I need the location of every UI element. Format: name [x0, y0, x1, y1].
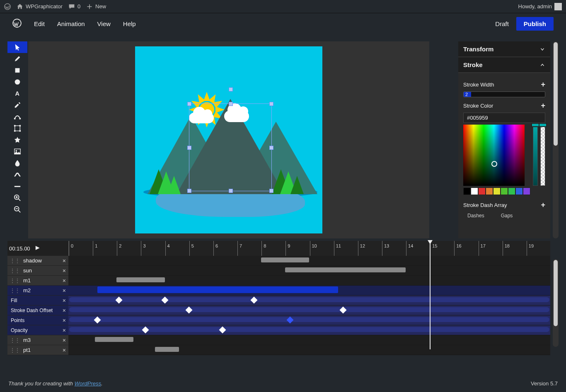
draft-button[interactable]: Draft — [495, 20, 509, 27]
stroke-width-keyframe-button[interactable]: + — [541, 80, 545, 89]
rect-tool[interactable] — [7, 65, 27, 76]
close-icon[interactable]: × — [63, 327, 66, 334]
canvas-area[interactable] — [28, 41, 429, 238]
play-button[interactable] — [34, 245, 40, 252]
close-icon[interactable]: × — [63, 257, 66, 264]
timeline-layer-row[interactable]: ⋮⋮m1× — [7, 276, 550, 286]
timeline-property-row[interactable]: Stroke Dash Offset× — [7, 305, 550, 315]
stroke-dash-keyframe-button[interactable]: + — [541, 201, 545, 209]
zoom-in-tool[interactable] — [7, 192, 27, 204]
color-swatch[interactable] — [523, 188, 530, 195]
menu-help[interactable]: Help — [123, 20, 136, 27]
timeline-track[interactable] — [68, 296, 550, 305]
drag-grip-icon[interactable]: ⋮⋮ — [10, 337, 20, 343]
close-icon[interactable]: × — [63, 337, 66, 344]
color-swatch[interactable] — [508, 188, 515, 195]
transform-panel-header[interactable]: Transform — [458, 41, 550, 57]
timeline-clip[interactable] — [116, 277, 164, 282]
drag-grip-icon[interactable]: ⋮⋮ — [10, 288, 20, 293]
close-icon[interactable]: × — [63, 317, 66, 324]
close-icon[interactable]: × — [63, 277, 66, 284]
howdy-link[interactable]: Howdy, admin — [518, 3, 562, 10]
timeline-track[interactable] — [68, 305, 550, 315]
timeline-clip[interactable] — [97, 286, 339, 293]
timeline-layer-row[interactable]: ⋮⋮m2× — [7, 286, 550, 296]
star-tool[interactable] — [7, 134, 27, 146]
stroke-tool[interactable] — [7, 169, 27, 180]
color-swatch[interactable] — [471, 188, 478, 195]
color-picker[interactable] — [463, 125, 545, 195]
new-link[interactable]: New — [86, 3, 106, 10]
close-icon[interactable]: × — [63, 297, 66, 304]
color-swatch[interactable] — [515, 188, 523, 195]
menu-edit[interactable]: Edit — [34, 20, 45, 27]
comments-link[interactable]: 0 — [68, 3, 80, 10]
right-scrollbar[interactable] — [553, 41, 559, 238]
scrollbar-thumb[interactable] — [554, 42, 558, 146]
timeline-clip[interactable] — [95, 337, 133, 342]
timeline-scrollbar[interactable] — [553, 259, 559, 347]
color-swatch[interactable] — [486, 188, 493, 195]
selection-rotate-handle[interactable] — [229, 87, 233, 91]
zoom-out-tool[interactable] — [7, 204, 27, 215]
wp-logo-icon[interactable] — [4, 3, 11, 10]
footer-wordpress-link[interactable]: WordPress — [75, 380, 101, 387]
stroke-width-slider[interactable]: 2 — [463, 91, 545, 97]
close-icon[interactable]: × — [63, 307, 66, 314]
timeline-clip[interactable] — [285, 267, 406, 272]
color-swatch[interactable] — [493, 188, 501, 195]
timeline-track[interactable] — [68, 345, 550, 355]
timeline-layer-row[interactable]: ⋮⋮sun× — [7, 266, 550, 276]
drag-grip-icon[interactable]: ⋮⋮ — [10, 278, 20, 284]
timeline-ruler[interactable]: 012345678910111213141516171819 — [68, 241, 550, 256]
color-swatch[interactable] — [501, 188, 508, 195]
ellipse-tool[interactable] — [7, 76, 27, 88]
timeline-property-row[interactable]: Opacity× — [7, 325, 550, 335]
timeline-property-row[interactable]: Points× — [7, 315, 550, 325]
hue-slider[interactable] — [533, 125, 538, 186]
color-swatch[interactable] — [478, 188, 486, 195]
timeline-track[interactable] — [68, 256, 550, 266]
close-icon[interactable]: × — [63, 347, 66, 354]
drag-grip-icon[interactable]: ⋮⋮ — [10, 268, 20, 274]
scrollbar-thumb[interactable] — [554, 260, 558, 326]
alpha-handle[interactable] — [539, 123, 547, 127]
path-tool[interactable] — [7, 111, 27, 123]
timeline-clip[interactable] — [155, 347, 179, 352]
stroke-panel-header[interactable]: Stroke — [458, 57, 550, 73]
timeline-track[interactable] — [68, 325, 550, 335]
timeline-layer-row[interactable]: ⋮⋮m3× — [7, 335, 550, 345]
publish-button[interactable]: Publish — [516, 17, 554, 31]
timeline-track[interactable] — [68, 286, 550, 296]
stroke-color-keyframe-button[interactable]: + — [541, 101, 545, 110]
timeline-track[interactable] — [68, 315, 550, 325]
blur-tool[interactable] — [7, 157, 27, 169]
menu-view[interactable]: View — [97, 20, 111, 27]
canvas[interactable] — [135, 46, 322, 233]
color-cursor[interactable] — [491, 161, 497, 167]
timeline-clip[interactable] — [261, 257, 309, 262]
image-tool[interactable] — [7, 146, 27, 157]
timeline-track[interactable] — [68, 266, 550, 276]
eyedropper-tool[interactable] — [7, 99, 27, 111]
close-icon[interactable]: × — [63, 267, 66, 274]
timeline-track[interactable] — [68, 335, 550, 345]
hue-handle[interactable] — [531, 123, 539, 127]
text-tool[interactable]: A — [7, 88, 27, 99]
line-tool[interactable] — [7, 180, 27, 192]
drag-grip-icon[interactable]: ⋮⋮ — [10, 258, 20, 264]
alpha-slider[interactable] — [540, 125, 545, 186]
timeline-track[interactable] — [68, 276, 550, 286]
color-area[interactable] — [463, 125, 525, 186]
playhead[interactable] — [430, 241, 431, 349]
drag-grip-icon[interactable]: ⋮⋮ — [10, 347, 20, 353]
pencil-tool[interactable] — [7, 53, 27, 65]
color-swatch[interactable] — [463, 188, 471, 195]
timeline-layer-row[interactable]: ⋮⋮pt1× — [7, 345, 550, 355]
app-logo-icon[interactable] — [12, 19, 22, 29]
transform-tool[interactable] — [7, 123, 27, 134]
close-icon[interactable]: × — [63, 287, 66, 294]
menu-animation[interactable]: Animation — [57, 20, 85, 27]
site-link[interactable]: WPGraphicator — [17, 3, 63, 10]
select-tool[interactable] — [7, 41, 27, 53]
